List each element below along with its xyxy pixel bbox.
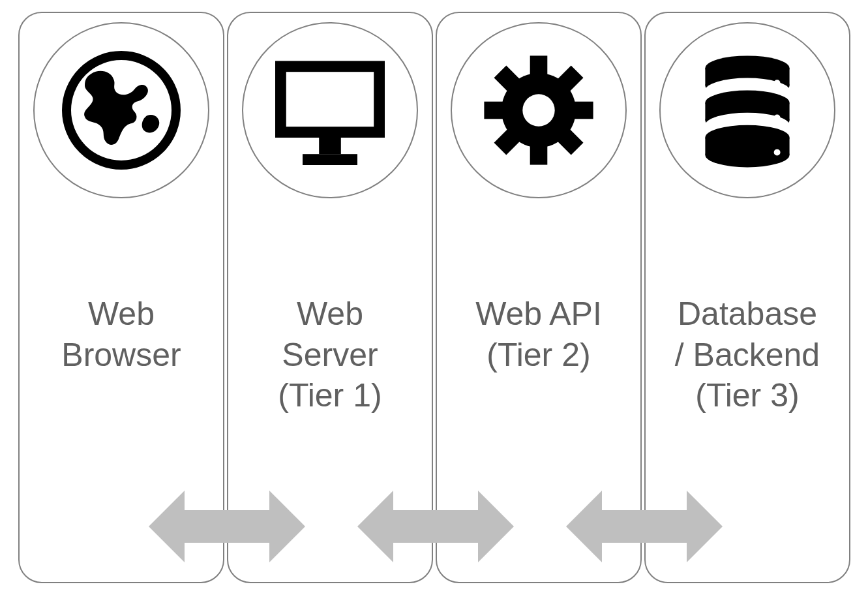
tier-label: Database / Backend (Tier 3)	[646, 294, 849, 416]
tier-label: Web API (Tier 2)	[437, 294, 640, 375]
svg-point-26	[774, 80, 781, 86]
svg-marker-29	[149, 491, 305, 562]
bidirectional-arrow-icon	[357, 491, 514, 562]
svg-marker-30	[357, 491, 514, 562]
globe-icon	[33, 22, 209, 198]
svg-point-28	[774, 149, 781, 156]
svg-point-14	[522, 94, 554, 126]
svg-rect-2	[286, 72, 374, 127]
bidirectional-arrow-icon	[566, 491, 723, 562]
database-icon	[659, 22, 835, 198]
svg-rect-10	[484, 102, 503, 119]
svg-rect-5	[530, 55, 548, 75]
svg-point-27	[774, 114, 781, 121]
svg-rect-9	[573, 102, 593, 119]
svg-rect-6	[530, 145, 548, 164]
svg-rect-4	[303, 154, 357, 165]
svg-rect-3	[319, 138, 341, 154]
svg-marker-31	[566, 491, 723, 562]
bidirectional-arrow-icon	[149, 491, 305, 562]
monitor-icon	[242, 22, 418, 198]
gear-icon	[451, 22, 627, 198]
architecture-diagram: Web Browser Web Server (Tier 1)	[18, 12, 853, 583]
tier-label: Web Browser	[20, 294, 223, 375]
tier-label: Web Server (Tier 1)	[228, 294, 432, 416]
